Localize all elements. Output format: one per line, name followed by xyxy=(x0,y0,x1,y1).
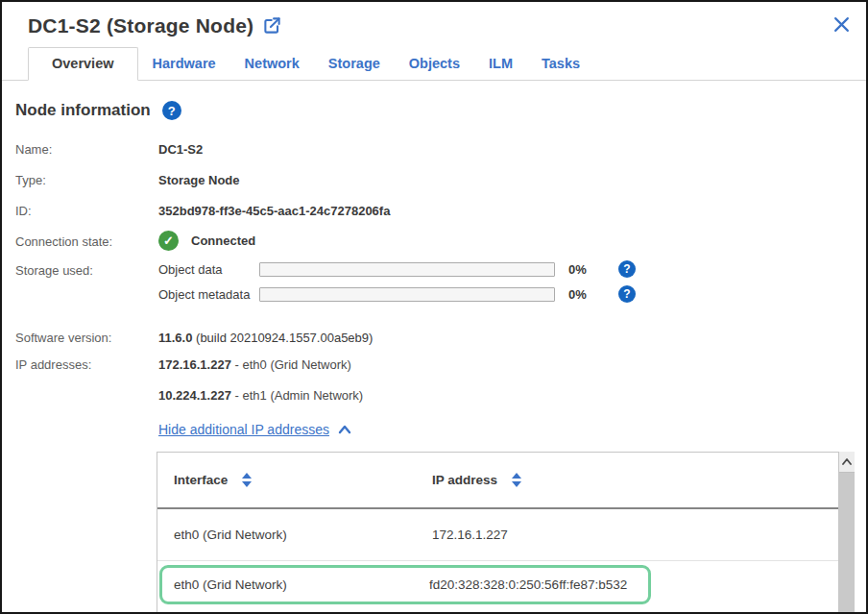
external-link-icon[interactable] xyxy=(263,16,281,38)
ip-table: Interface IP address eth0 (Grid Network)… xyxy=(157,452,839,612)
field-name: Name: DC1-S2 xyxy=(15,142,866,157)
field-connection-state: Connection state: ✓ Connected xyxy=(15,234,866,251)
help-icon[interactable]: ? xyxy=(618,285,636,303)
storage-row-label: Object metadata xyxy=(158,287,259,302)
ip-address: 172.16.1.227 xyxy=(158,357,231,372)
chevron-up-icon[interactable] xyxy=(338,425,351,434)
sort-icon[interactable] xyxy=(512,473,521,487)
field-storage-used: Storage used: Object data 0% ? Object me… xyxy=(15,263,866,310)
software-version: 11.6.0 xyxy=(158,331,192,345)
ip-interface: - eth1 (Admin Network) xyxy=(235,388,364,403)
section-title: Node information xyxy=(15,101,151,120)
close-icon[interactable] xyxy=(832,14,851,34)
field-label: Connection state: xyxy=(15,234,158,249)
ip-table-header: Interface IP address xyxy=(157,453,838,509)
tab-overview[interactable]: Overview xyxy=(28,47,138,81)
table-row-highlighted[interactable]: eth0 (Grid Network) fd20:328:328:0:250:5… xyxy=(157,565,838,614)
node-info-fields: Name: DC1-S2 Type: Storage Node ID: 352b… xyxy=(15,142,866,437)
tab-bar: Overview Hardware Network Storage Object… xyxy=(2,47,866,81)
tab-ilm[interactable]: ILM xyxy=(474,48,527,80)
scrollbar-up-icon[interactable] xyxy=(839,452,855,473)
field-label: ID: xyxy=(15,204,158,218)
storage-object-data-row: Object data 0% ? xyxy=(158,260,636,278)
object-metadata-progress-bar xyxy=(259,287,555,302)
software-build: (build 20210924.1557.00a5eb9) xyxy=(196,331,373,345)
table-scrollbar[interactable] xyxy=(839,452,855,612)
tab-tasks[interactable]: Tasks xyxy=(527,48,594,80)
field-label: Name: xyxy=(15,142,158,157)
field-label: Software version: xyxy=(15,331,158,345)
connected-check-icon: ✓ xyxy=(158,231,179,251)
field-type: Type: Storage Node xyxy=(15,173,866,187)
ip-interface: - eth0 (Grid Network) xyxy=(235,357,351,372)
field-label: IP addresses: xyxy=(15,357,158,372)
page-title: DC1-S2 (Storage Node) xyxy=(28,14,253,37)
row-highlight-outline: eth0 (Grid Network) fd20:328:328:0:250:5… xyxy=(159,565,651,604)
tab-objects[interactable]: Objects xyxy=(395,48,474,80)
object-data-progress-bar xyxy=(259,262,555,277)
field-software-version: Software version: 11.6.0 (build 20210924… xyxy=(15,331,866,345)
storage-object-metadata-row: Object metadata 0% ? xyxy=(158,285,636,303)
field-value: 352bd978-ff3e-45c5-aac1-24c7278206fa xyxy=(158,204,390,218)
connection-status: Connected xyxy=(191,233,255,248)
tab-network[interactable]: Network xyxy=(230,48,314,80)
cell-interface: eth0 (Grid Network) xyxy=(174,528,432,542)
storage-row-label: Object data xyxy=(158,262,259,277)
object-data-percent: 0% xyxy=(568,262,597,277)
node-detail-panel: DC1-S2 (Storage Node) Overview Hardware … xyxy=(0,0,868,614)
ip-table-container: Interface IP address eth0 (Grid Network)… xyxy=(157,452,855,612)
field-id: ID: 352bd978-ff3e-45c5-aac1-24c7278206fa xyxy=(15,204,866,218)
field-ip-addresses-2: 10.224.1.227 - eth1 (Admin Network) xyxy=(15,388,866,403)
field-value: DC1-S2 xyxy=(158,142,203,157)
help-icon[interactable]: ? xyxy=(618,260,636,278)
ip-address: 10.224.1.227 xyxy=(158,388,231,403)
cell-ip-address: fd20:328:328:0:250:56ff:fe87:b532 xyxy=(429,577,648,592)
tab-hardware[interactable]: Hardware xyxy=(138,48,230,80)
overview-content: Node information ? Name: DC1-S2 Type: St… xyxy=(2,101,866,437)
cell-interface: eth0 (Grid Network) xyxy=(174,577,429,592)
field-label: Storage used: xyxy=(15,263,158,278)
panel-header: DC1-S2 (Storage Node) xyxy=(2,2,866,38)
cell-ip-address: 172.16.1.227 xyxy=(432,528,838,542)
help-icon[interactable]: ? xyxy=(162,101,181,120)
object-metadata-percent: 0% xyxy=(568,287,597,302)
sort-icon[interactable] xyxy=(242,473,252,487)
field-ip-addresses: IP addresses: 172.16.1.227 - eth0 (Grid … xyxy=(15,357,866,372)
hide-additional-ip-link[interactable]: Hide additional IP addresses xyxy=(158,422,329,437)
field-label: Type: xyxy=(15,173,158,187)
tab-storage[interactable]: Storage xyxy=(314,48,395,80)
table-row[interactable]: eth0 (Grid Network) 172.16.1.227 xyxy=(157,509,838,561)
field-value: Storage Node xyxy=(158,173,240,187)
column-header-ip-address: IP address xyxy=(432,473,497,487)
column-header-interface: Interface xyxy=(174,473,228,487)
